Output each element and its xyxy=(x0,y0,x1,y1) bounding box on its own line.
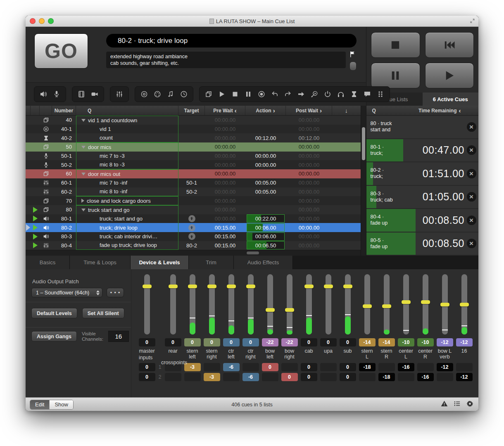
fader-thumb[interactable] xyxy=(402,300,411,304)
crosspoint-chip[interactable] xyxy=(359,373,376,381)
play-icon[interactable] xyxy=(216,89,227,100)
stop-cue-x-button[interactable]: × xyxy=(467,239,476,248)
action-cell[interactable]: 00:00.00 xyxy=(245,160,286,169)
fader-thumb[interactable] xyxy=(421,300,430,304)
cue-row-70[interactable]: 70close and lock cargo doors00:00.0000:0… xyxy=(26,196,361,205)
stop-transport-button[interactable] xyxy=(371,32,420,58)
action-cell[interactable]: 00:05.00 xyxy=(245,187,286,197)
inspector-tab-basics[interactable]: Basics xyxy=(26,256,70,269)
power-icon[interactable] xyxy=(322,89,333,100)
action-cell[interactable] xyxy=(245,205,286,214)
fader-track[interactable] xyxy=(442,274,448,334)
crosspoint-chip[interactable] xyxy=(417,363,434,371)
vertical-scrollbar[interactable] xyxy=(361,106,366,256)
fader-thumb[interactable] xyxy=(363,304,372,308)
pre-wait-value[interactable]: 00:00.00 xyxy=(205,205,245,214)
post-wait-value[interactable]: 00:00.00 xyxy=(286,223,332,232)
cue-row-60-2[interactable]: 60-2mic 8 to -inf50-200:00.0000:05.0000:… xyxy=(26,187,361,197)
active-cue-row[interactable]: 80-2 ·truck;01:51.00× xyxy=(366,162,479,186)
fullscreen-icon[interactable] xyxy=(470,18,475,25)
fader-track[interactable] xyxy=(287,274,292,334)
cue-row-80-4[interactable]: 80-4fade up truck; drive loop80-200:15.0… xyxy=(26,241,361,250)
crosspoint-chip[interactable]: 0 xyxy=(301,363,317,371)
action-cell[interactable] xyxy=(245,169,286,178)
post-wait-value[interactable]: 00:00.00 xyxy=(286,142,332,152)
disclosure-down-icon[interactable] xyxy=(81,146,86,149)
fader-track[interactable] xyxy=(144,274,150,334)
crosspoint-chip[interactable] xyxy=(184,373,201,381)
crosspoint-chip[interactable]: -6 xyxy=(242,373,259,381)
post-wait-value[interactable]: 00:00.00 xyxy=(286,241,332,250)
action-cell[interactable] xyxy=(245,116,286,125)
level-chip-rear[interactable]: 0 xyxy=(165,338,181,346)
action-progress-box[interactable]: 00:06.00 xyxy=(247,223,285,232)
action-cell[interactable]: 00:05.00 xyxy=(245,178,286,187)
level-chip-master[interactable]: 0 xyxy=(139,338,155,346)
cue-row-50-2[interactable]: 50-2mic 8 to -300:00.0000:00.0000:00.00 xyxy=(26,160,361,169)
pre-wait-value[interactable]: 00:00.00 xyxy=(205,169,245,178)
action-cell[interactable] xyxy=(245,142,286,152)
pre-wait-value[interactable]: 00:00.00 xyxy=(205,142,245,152)
flag-icon[interactable] xyxy=(349,51,356,59)
col-q[interactable]: Q xyxy=(76,106,178,115)
fader-track[interactable] xyxy=(267,274,273,334)
fader-track[interactable] xyxy=(403,274,409,334)
pause-icon[interactable] xyxy=(243,89,254,100)
active-cue-row[interactable]: 80-1 ·truck;00:47.00× xyxy=(366,139,479,163)
go-button[interactable]: GO xyxy=(34,33,88,69)
post-wait-value[interactable]: 00:00.00 xyxy=(286,214,332,223)
crosspoint-chip[interactable]: 0 xyxy=(340,363,356,371)
speaker-icon[interactable] xyxy=(38,89,49,100)
visible-channels-value[interactable]: 16 xyxy=(108,331,129,342)
crosspoint-chip[interactable]: -16 xyxy=(398,363,414,371)
crosspoint-chip[interactable]: 0 xyxy=(281,373,298,381)
rewind-transport-button[interactable] xyxy=(425,32,474,58)
level-chip-bow L-verb[interactable]: -12 xyxy=(437,338,453,346)
inspector-tab-device-levels[interactable]: Device & Levels xyxy=(131,256,189,269)
post-wait-value[interactable]: 00:00.00 xyxy=(286,187,332,197)
crosspoint-chip[interactable] xyxy=(262,373,278,381)
crosspoint-chip[interactable] xyxy=(320,373,337,381)
cue-row-50-1[interactable]: 50-1mic 7 to -300:00.0000:00.0000:00.00 xyxy=(26,152,361,161)
active-col-q[interactable]: Q xyxy=(366,108,401,114)
stop-cue-x-button[interactable]: × xyxy=(467,192,476,202)
cue-row-80-1[interactable]: 80-1truck; start and go00:00.0000:22.000… xyxy=(26,214,361,223)
fader-thumb[interactable] xyxy=(188,285,197,288)
level-chip-stern-L[interactable]: -14 xyxy=(359,338,376,346)
col-target[interactable]: Target xyxy=(178,106,205,115)
fader-track[interactable] xyxy=(423,274,428,334)
crosspoint-chip[interactable] xyxy=(398,373,414,381)
fader-track[interactable] xyxy=(364,274,370,334)
pre-wait-value[interactable]: 00:15.00 xyxy=(205,232,245,241)
level-chip-ctr-left[interactable]: 0 xyxy=(223,338,240,346)
level-chip-stern-left[interactable]: 0 xyxy=(184,338,201,346)
fader-track[interactable] xyxy=(248,274,254,334)
record-icon[interactable] xyxy=(256,89,267,100)
pre-wait-value[interactable]: 00:00.00 xyxy=(205,125,245,134)
crosspoint-chip[interactable] xyxy=(437,373,453,381)
clock-icon[interactable] xyxy=(178,89,189,100)
crosspoint-chip[interactable] xyxy=(242,363,259,371)
fader-thumb[interactable] xyxy=(169,285,178,288)
action-progress-box[interactable]: 00:22.00 xyxy=(247,214,285,223)
col-action[interactable]: Action› xyxy=(245,106,286,115)
crosspoint-chip[interactable]: -6 xyxy=(223,363,240,371)
pre-wait-value[interactable]: 00:15.00 xyxy=(205,241,245,250)
crosspoint-master-chip[interactable]: 0 xyxy=(139,373,155,381)
fader-track[interactable] xyxy=(345,274,351,334)
fader-thumb[interactable] xyxy=(382,304,391,308)
post-wait-value[interactable]: 00:00.00 xyxy=(286,178,332,187)
fader-thumb[interactable] xyxy=(227,285,236,288)
patch-more-button[interactable]: • • • xyxy=(107,288,124,297)
fader-track[interactable] xyxy=(190,274,195,334)
stop-cue-x-button[interactable]: × xyxy=(467,122,476,132)
fader-thumb[interactable] xyxy=(343,285,352,288)
crosspoint-master-chip[interactable]: 0 xyxy=(139,363,155,371)
pre-wait-value[interactable]: 00:00.00 xyxy=(205,160,245,169)
cue-row-80-3[interactable]: 80-3truck; cab interior drivi…00:15.0000… xyxy=(26,232,361,241)
fader-track[interactable] xyxy=(384,274,390,334)
pre-wait-value[interactable]: 00:00.00 xyxy=(205,133,245,142)
crosspoint-chip[interactable] xyxy=(456,363,473,371)
pre-wait-value[interactable]: 00:00.00 xyxy=(205,116,245,125)
crosspoint-chip[interactable] xyxy=(165,373,181,381)
